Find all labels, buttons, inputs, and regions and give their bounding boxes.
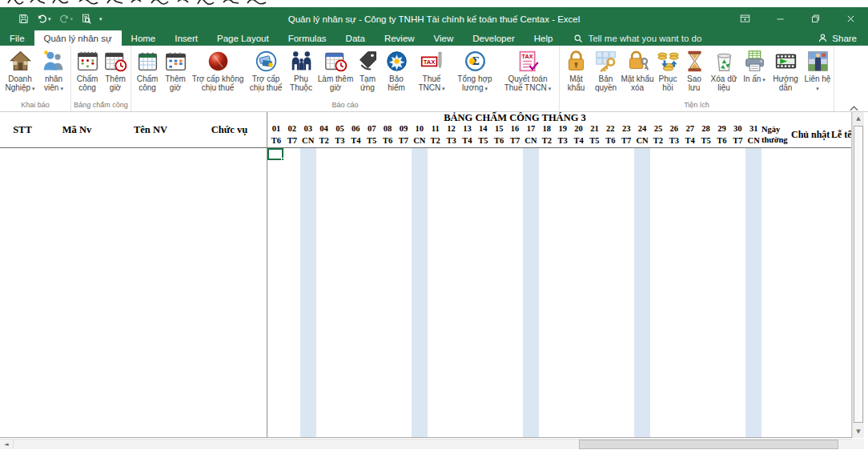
share-button[interactable]: Share (818, 30, 857, 46)
button-label: Quyết toán Thuế TNCN ▾ (498, 74, 557, 92)
day-header-25[interactable]: 25T2 (650, 123, 666, 147)
ribbon-button-phuc-hoi[interactable]: Phục hồi (654, 46, 681, 92)
horizontal-scrollbar[interactable]: ◄ ► (0, 439, 864, 449)
horizontal-scrollbar-thumb[interactable] (579, 440, 838, 449)
save-icon[interactable] (16, 12, 31, 26)
day-header-03[interactable]: 03CN (300, 123, 316, 147)
ribbon-button-mat-khau[interactable]: Mật khẩu (561, 46, 591, 92)
ribbon-button-them-gio[interactable]: Thêm giờ (102, 46, 129, 92)
tab-help[interactable]: Help (524, 30, 563, 46)
ribbon-button-tam-ung[interactable]: Tạm ứng (354, 46, 381, 92)
ribbon-button-in-an[interactable]: In ấn ▾ (741, 46, 768, 83)
vertical-scrollbar[interactable]: ▲ ▼ (852, 112, 864, 438)
scroll-down-icon[interactable]: ▼ (853, 425, 864, 438)
day-header-10[interactable]: 10CN (412, 123, 428, 147)
undo-icon[interactable]: ▾ (34, 12, 54, 26)
tab-data[interactable]: Data (336, 30, 375, 46)
day-number: 15 (491, 123, 507, 135)
tab-view[interactable]: View (424, 30, 464, 46)
print-preview-icon[interactable] (78, 12, 94, 26)
ribbon-button-phu-thuoc[interactable]: Phụ Thuộc (285, 46, 317, 92)
sunday-column-highlights (268, 148, 762, 437)
day-header-13[interactable]: 13T4 (460, 123, 476, 147)
qat-customize-icon[interactable]: ▾ (97, 14, 105, 23)
ribbon-button-them-gio[interactable]: Thêm giờ (162, 46, 189, 92)
tab-home[interactable]: Home (122, 30, 166, 46)
day-header-15[interactable]: 15T6 (491, 123, 507, 147)
ribbon-button-doanh-nghiep[interactable]: Doanh Nghiệp ▾ (2, 46, 38, 92)
day-header-12[interactable]: 12T3 (444, 123, 460, 147)
day-header-06[interactable]: 06T4 (348, 123, 364, 147)
scroll-up-icon[interactable]: ▲ (853, 112, 864, 125)
scroll-left-icon[interactable]: ◄ (0, 440, 14, 449)
tab-developer[interactable]: Developer (463, 30, 524, 46)
ribbon-button-huong-dan[interactable]: Hướng dẫn (768, 46, 803, 92)
tab-quan-ly-nhan-su[interactable]: Quản lý nhân sự (34, 30, 122, 46)
day-header-14[interactable]: 14T5 (475, 123, 491, 147)
day-header-29[interactable]: 29T6 (714, 123, 730, 147)
day-header-23[interactable]: 23T7 (618, 123, 634, 147)
ribbon-button-tro-cap-khong-chiu-thue[interactable]: Trợ cấp không chịu thuế (189, 46, 247, 92)
collapse-ribbon-icon[interactable] (850, 100, 861, 108)
ribbon-button-sao-luu[interactable]: Sao lưu (681, 46, 707, 92)
ribbon-button-tong-hop-luong[interactable]: ΣTổng hợp lương ▾ (452, 46, 498, 92)
restore-icon[interactable] (798, 7, 833, 30)
day-header-16[interactable]: 16T7 (507, 123, 523, 147)
day-header-05[interactable]: 05T3 (332, 123, 348, 147)
tab-review[interactable]: Review (375, 30, 424, 46)
ribbon-button-quyet-toan-thue-tncn[interactable]: TAXQuyết toán Thuế TNCN ▾ (498, 46, 557, 92)
minimize-icon[interactable] (762, 7, 798, 30)
ribbon-button-cham-cong[interactable]: Chấm công (73, 46, 102, 92)
day-header-22[interactable]: 22T6 (602, 123, 618, 147)
dropdown-caret-icon: ▾ (816, 86, 819, 91)
fill-handle[interactable] (281, 158, 284, 161)
button-label-text: Thuế TNCN (418, 74, 440, 92)
day-header-08[interactable]: 08T6 (380, 123, 396, 147)
day-number: 19 (555, 123, 571, 135)
day-header-20[interactable]: 20T4 (571, 123, 587, 147)
tag-icon (356, 48, 380, 74)
day-header-18[interactable]: 18T2 (539, 123, 555, 147)
column-header-le-tet: Lễ tết (831, 129, 851, 141)
day-header-30[interactable]: 30T7 (729, 123, 745, 147)
day-header-09[interactable]: 09T7 (396, 123, 412, 147)
close-icon[interactable] (833, 7, 868, 30)
selected-cell[interactable] (267, 148, 283, 160)
day-of-week: T6 (268, 135, 284, 147)
day-number: 24 (634, 123, 650, 135)
day-header-21[interactable]: 21T5 (587, 123, 603, 147)
ribbon-button-lien-he[interactable]: Liên hệ ▾ (803, 46, 832, 92)
ribbon-button-tro-cap-chiu-thue[interactable]: Trợ cấp chịu thuế (247, 46, 285, 92)
ribbon-button-lam-them-gio[interactable]: Làm thêm giờ (317, 46, 354, 92)
day-header-11[interactable]: 11T2 (428, 123, 444, 147)
day-header-31[interactable]: 31CN (745, 123, 762, 147)
vertical-scrollbar-thumb[interactable] (854, 126, 863, 423)
day-header-27[interactable]: 27T4 (682, 123, 698, 147)
day-header-04[interactable]: 04T2 (316, 123, 332, 147)
day-header-28[interactable]: 28T5 (698, 123, 714, 147)
ribbon-button-nhan-vien[interactable]: nhân viên ▾ (38, 46, 69, 92)
button-label: Sao lưu (681, 74, 707, 92)
ribbon-button-cham-cong[interactable]: Chấm công (133, 46, 162, 92)
tab-formulas[interactable]: Formulas (279, 30, 336, 46)
ribbon-button-thue-tncn[interactable]: TAXThuế TNCN ▾ (412, 46, 452, 92)
tab-file[interactable]: File (0, 30, 34, 46)
day-header-01[interactable]: 01T6 (268, 123, 284, 147)
day-header-24[interactable]: 24CN (634, 123, 650, 147)
ribbon-button-xoa-du-lieu[interactable]: Xóa dữ liệu (707, 46, 741, 92)
tell-me-label: Tell me what you want to do (588, 34, 701, 43)
worksheet[interactable]: BẢNG CHẤM CÔNG THÁNG 3 STTMã NvTên NVChứ… (0, 112, 868, 438)
ribbon-button-mat-khau-xoa[interactable]: Mật khẩu xóa (621, 46, 654, 92)
tell-me-search[interactable]: Tell me what you want to do (573, 30, 701, 46)
day-header-07[interactable]: 07T5 (364, 123, 380, 147)
tab-insert[interactable]: Insert (165, 30, 207, 46)
day-header-17[interactable]: 17CN (523, 123, 539, 147)
redo-icon[interactable]: ▾ (57, 12, 76, 26)
day-header-26[interactable]: 26T3 (666, 123, 682, 147)
ribbon-button-bao-hiem[interactable]: Bảo hiểm (381, 46, 412, 92)
day-header-02[interactable]: 02T7 (284, 123, 300, 147)
ribbon-display-options-icon[interactable] (727, 7, 762, 30)
day-header-19[interactable]: 19T3 (555, 123, 571, 147)
tab-page-layout[interactable]: Page Layout (207, 30, 279, 46)
ribbon-button-ban-quyen[interactable]: Bản quyền (591, 46, 621, 92)
